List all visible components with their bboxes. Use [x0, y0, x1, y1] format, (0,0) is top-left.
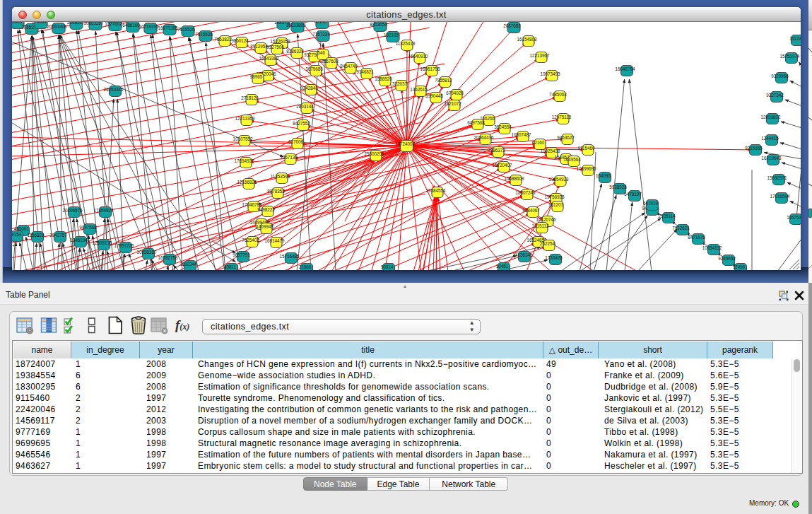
- svg-text:7632621: 7632621: [672, 226, 690, 230]
- svg-text:18807249: 18807249: [515, 190, 536, 195]
- svg-text:16671355: 16671355: [158, 25, 178, 30]
- svg-text:617006: 617006: [288, 139, 304, 144]
- svg-text:9097568: 9097568: [79, 225, 97, 230]
- svg-text:9084067: 9084067: [522, 208, 540, 213]
- svg-text:6466160: 6466160: [122, 23, 140, 28]
- svg-text:9498222: 9498222: [257, 207, 275, 212]
- svg-text:8471676: 8471676: [688, 235, 705, 240]
- svg-text:161207: 161207: [548, 202, 564, 207]
- svg-text:6497568: 6497568: [467, 120, 485, 125]
- svg-text:7515526: 7515526: [177, 27, 195, 32]
- svg-text:7357224: 7357224: [312, 32, 330, 37]
- svg-text:7663822: 7663822: [214, 37, 232, 42]
- svg-text:10654112: 10654112: [702, 245, 722, 250]
- svg-text:16648784: 16648784: [615, 66, 635, 71]
- svg-text:16782759: 16782759: [158, 255, 178, 260]
- svg-text:6794028: 6794028: [446, 90, 464, 95]
- svg-text:2803144: 2803144: [296, 104, 314, 109]
- svg-text:7485063: 7485063: [549, 92, 567, 97]
- svg-text:1192344: 1192344: [180, 262, 197, 267]
- svg-text:322037: 322037: [392, 81, 408, 86]
- svg-text:8813054: 8813054: [370, 22, 387, 27]
- svg-text:5938928: 5938928: [609, 185, 627, 189]
- svg-text:12505135: 12505135: [92, 240, 112, 245]
- svg-text:16210643: 16210643: [761, 156, 782, 160]
- svg-text:11353594: 11353594: [271, 174, 290, 179]
- svg-text:14136141: 14136141: [512, 252, 533, 257]
- svg-text:9329966: 9329966: [771, 74, 789, 78]
- svg-text:3624554: 3624554: [494, 124, 512, 129]
- svg-text:10025438: 10025438: [540, 148, 560, 153]
- svg-text:8878352: 8878352: [267, 189, 285, 194]
- svg-text:1649564: 1649564: [563, 157, 581, 162]
- svg-text:16640910: 16640910: [408, 54, 428, 59]
- svg-text:647919: 647919: [643, 201, 659, 206]
- svg-text:10853267: 10853267: [83, 22, 104, 25]
- svg-text:1362615: 1362615: [410, 87, 428, 92]
- svg-text:8454749: 8454749: [340, 64, 358, 69]
- svg-text:93811: 93811: [224, 264, 237, 269]
- svg-text:10451: 10451: [496, 264, 509, 269]
- svg-text:1527602: 1527602: [105, 22, 122, 26]
- svg-text:2942757: 2942757: [49, 233, 67, 238]
- svg-text:7515526: 7515526: [195, 32, 213, 37]
- svg-text:1409948: 1409948: [256, 224, 273, 229]
- svg-text:17957225: 17957225: [114, 243, 134, 248]
- svg-text:15751074: 15751074: [779, 54, 800, 59]
- svg-text:15692971: 15692971: [767, 175, 787, 180]
- svg-text:12093822: 12093822: [760, 115, 781, 119]
- svg-text:9115460: 9115460: [577, 146, 595, 151]
- svg-text:11122: 11122: [789, 36, 801, 41]
- svg-text:1621072: 1621072: [444, 101, 461, 106]
- svg-text:19756928: 19756928: [544, 194, 565, 199]
- svg-text:7386372: 7386372: [488, 148, 505, 153]
- svg-text:21568: 21568: [299, 264, 312, 269]
- svg-text:12213967: 12213967: [529, 53, 550, 58]
- svg-text:17046785: 17046785: [242, 202, 262, 207]
- svg-text:1733426: 1733426: [545, 255, 563, 260]
- svg-text:10719155: 10719155: [139, 24, 159, 29]
- svg-text:7625402: 7625402: [242, 238, 259, 243]
- svg-text:9245652: 9245652: [718, 256, 736, 261]
- svg-text:9860124: 9860124: [231, 38, 249, 43]
- svg-text:17654925: 17654925: [234, 158, 254, 163]
- svg-text:546: 546: [317, 50, 325, 55]
- svg-text:90514: 90514: [381, 264, 394, 269]
- svg-text:15226058: 15226058: [270, 39, 290, 44]
- svg-text:39154: 39154: [12, 232, 22, 237]
- svg-text:9327506: 9327506: [266, 45, 284, 49]
- svg-text:1244415: 1244415: [761, 136, 779, 141]
- svg-text:2087682: 2087682: [503, 23, 521, 28]
- svg-text:92456: 92456: [733, 264, 746, 269]
- svg-text:17359924: 17359924: [93, 208, 114, 213]
- svg-text:16961758: 16961758: [420, 66, 440, 71]
- svg-text:192185: 192185: [384, 33, 399, 37]
- svg-text:8427552: 8427552: [293, 121, 310, 126]
- svg-text:116753: 116753: [787, 215, 801, 220]
- svg-text:2367608: 2367608: [321, 59, 339, 64]
- svg-text:2935114: 2935114: [658, 214, 676, 218]
- svg-text:18724007: 18724007: [395, 141, 416, 146]
- svg-text:210853: 210853: [67, 22, 83, 25]
- svg-text:9227342: 9227342: [766, 93, 784, 98]
- svg-text:20206576: 20206576: [62, 208, 83, 213]
- svg-text:252254: 252254: [540, 241, 555, 246]
- svg-text:20691406: 20691406: [47, 24, 67, 29]
- svg-text:10107552: 10107552: [233, 136, 253, 141]
- svg-text:10807487: 10807487: [511, 132, 531, 137]
- svg-text:12975115: 12975115: [552, 115, 572, 119]
- svg-text:435061: 435061: [14, 226, 30, 231]
- svg-text:8215955: 8215955: [745, 146, 763, 151]
- svg-text:1588520: 1588520: [375, 76, 392, 81]
- svg-text:12405: 12405: [12, 22, 23, 24]
- svg-text:16120746: 16120746: [536, 217, 556, 222]
- svg-text:26053346: 26053346: [103, 87, 124, 92]
- svg-text:62160: 62160: [532, 140, 545, 145]
- svg-text:15720407: 15720407: [492, 163, 512, 168]
- svg-text:12213359: 12213359: [235, 116, 255, 121]
- svg-text:10973493: 10973493: [540, 71, 560, 76]
- svg-text:16914479: 16914479: [264, 238, 285, 243]
- svg-text:3267130: 3267130: [280, 155, 298, 160]
- svg-text:1615112: 1615112: [531, 223, 549, 228]
- svg-text:17016504: 17016504: [770, 194, 790, 199]
